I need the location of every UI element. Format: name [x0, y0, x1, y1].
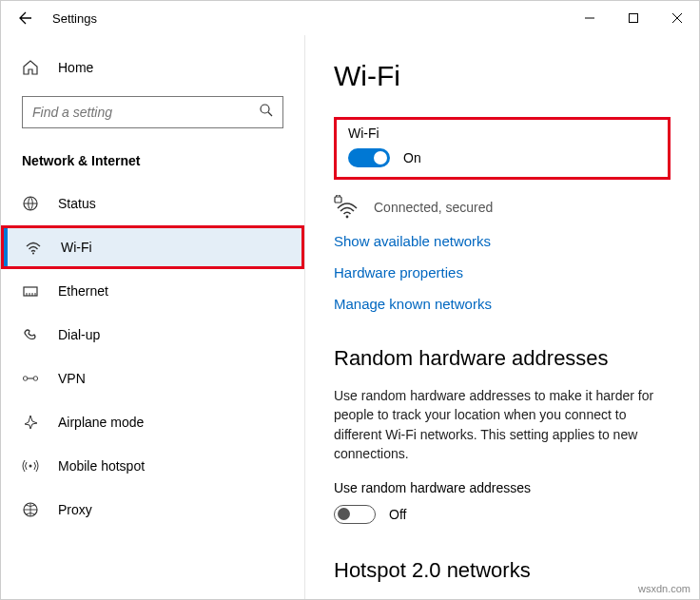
- nav-ethernet[interactable]: Ethernet: [1, 269, 304, 313]
- close-icon: [672, 13, 682, 23]
- minimize-button[interactable]: [568, 3, 612, 33]
- search-box[interactable]: [22, 96, 283, 128]
- random-description: Use random hardware addresses to make it…: [334, 386, 671, 463]
- titlebar: Settings: [1, 1, 699, 35]
- connection-row: Connected, secured: [334, 195, 671, 220]
- wifi-icon: [25, 239, 42, 256]
- link-show-available[interactable]: Show available networks: [334, 233, 671, 249]
- svg-point-1: [261, 105, 269, 113]
- home-label: Home: [58, 60, 93, 75]
- search-input[interactable]: [22, 96, 283, 128]
- maximize-button[interactable]: [612, 3, 655, 33]
- svg-point-5: [23, 377, 28, 381]
- nav-airplane[interactable]: Airplane mode: [1, 400, 304, 444]
- random-toggle-label: Use random hardware addresses: [334, 480, 671, 495]
- arrow-left-icon: [18, 10, 33, 26]
- svg-point-6: [33, 377, 38, 381]
- vpn-icon: [22, 372, 39, 385]
- hotspot-icon: [22, 457, 39, 474]
- random-heading: Random hardware addresses: [334, 346, 671, 371]
- proxy-icon: [22, 501, 39, 518]
- home-nav[interactable]: Home: [1, 48, 304, 87]
- link-hardware-properties[interactable]: Hardware properties: [334, 264, 671, 281]
- hotspot-heading: Hotspot 2.0 networks: [334, 558, 671, 583]
- svg-point-3: [32, 253, 34, 255]
- nav-item-label: Status: [58, 196, 96, 211]
- wifi-toggle-label: Wi-Fi: [348, 126, 656, 141]
- random-toggle-state: Off: [389, 507, 406, 522]
- nav-vpn[interactable]: VPN: [1, 357, 304, 400]
- nav-item-label: VPN: [58, 371, 86, 386]
- nav-hotspot[interactable]: Mobile hotspot: [1, 444, 304, 488]
- window-title: Settings: [52, 11, 97, 26]
- connection-status: Connected, secured: [374, 200, 493, 215]
- main-panel: Wi-Fi Wi-Fi On Connected, secured Show a…: [305, 35, 699, 599]
- section-title: Network & Internet: [22, 153, 283, 168]
- nav-status[interactable]: Status: [1, 182, 304, 225]
- nav-item-label: Wi-Fi: [61, 240, 92, 255]
- status-icon: [22, 195, 39, 212]
- page-title: Wi-Fi: [334, 60, 671, 92]
- search-icon: [259, 103, 274, 118]
- random-toggle[interactable]: [334, 505, 376, 524]
- back-button[interactable]: [12, 5, 39, 31]
- wifi-toggle[interactable]: [348, 148, 390, 167]
- nav-item-label: Mobile hotspot: [58, 458, 145, 474]
- nav-item-label: Ethernet: [58, 283, 108, 299]
- home-icon: [22, 59, 39, 76]
- nav-item-label: Proxy: [58, 502, 92, 517]
- nav-dialup[interactable]: Dial-up: [1, 313, 304, 357]
- svg-point-9: [346, 216, 349, 219]
- dialup-icon: [22, 326, 39, 343]
- nav-item-label: Airplane mode: [58, 415, 144, 430]
- svg-rect-0: [630, 14, 638, 23]
- svg-point-7: [29, 465, 32, 468]
- nav-proxy[interactable]: Proxy: [1, 488, 304, 532]
- nav-wifi[interactable]: Wi-Fi: [1, 225, 304, 269]
- ethernet-icon: [22, 282, 39, 300]
- watermark: wsxdn.com: [638, 583, 690, 594]
- svg-rect-10: [335, 197, 341, 203]
- airplane-icon: [22, 414, 39, 431]
- wifi-toggle-state: On: [403, 150, 421, 165]
- sidebar: Home Network & Internet Status Wi-Fi: [1, 35, 305, 599]
- close-button[interactable]: [655, 3, 699, 33]
- nav-item-label: Dial-up: [58, 327, 100, 342]
- minimize-icon: [585, 13, 594, 23]
- link-manage-known[interactable]: Manage known networks: [334, 296, 671, 312]
- secured-wifi-icon: [334, 195, 360, 220]
- maximize-icon: [629, 13, 638, 23]
- wifi-toggle-section: Wi-Fi On: [334, 117, 671, 180]
